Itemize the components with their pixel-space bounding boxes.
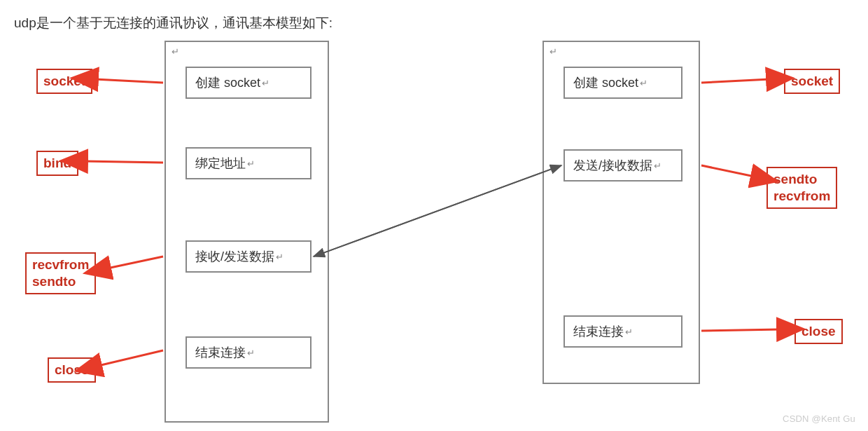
- step-label: 结束连接: [195, 344, 246, 361]
- left-label-socket: socket: [36, 69, 92, 94]
- left-step-create-socket: 创建 socket↵: [186, 67, 312, 99]
- watermark: CSDN @Kent Gu: [783, 413, 855, 424]
- left-step-bind: 绑定地址↵: [186, 147, 312, 179]
- right-step-send-recv: 发送/接收数据↵: [564, 149, 682, 182]
- return-mark: ↵: [550, 46, 557, 57]
- return-mark: ↵: [247, 158, 255, 169]
- return-mark: ↵: [276, 252, 284, 262]
- step-label: 创建 socket: [195, 74, 260, 91]
- step-label: 结束连接: [573, 323, 624, 340]
- left-step-recv-send: 接收/发送数据↵: [186, 240, 312, 273]
- intro-text: udp是一个基于无连接的通讯协议，通讯基本模型如下:: [14, 14, 332, 32]
- return-mark: ↵: [625, 327, 633, 337]
- arrow-left-bind: [84, 161, 163, 163]
- arrow-right-socket: [701, 79, 770, 83]
- return-mark: ↵: [654, 160, 662, 171]
- return-mark: ↵: [262, 78, 270, 88]
- right-label-close: close: [794, 319, 843, 344]
- right-label-socket: socket: [784, 69, 840, 94]
- return-mark: ↵: [172, 46, 179, 57]
- step-label: 创建 socket: [573, 74, 638, 91]
- left-label-close: close: [48, 357, 96, 383]
- left-label-bind: bind: [36, 151, 78, 176]
- arrow-left-recvfrom: [107, 256, 163, 268]
- connector-arrow-ltr: [314, 165, 561, 256]
- arrow-right-sendto: [701, 165, 755, 177]
- return-mark: ↵: [247, 348, 255, 358]
- arrow-left-close: [98, 350, 163, 366]
- connector-arrow-rtl: [314, 165, 561, 256]
- arrow-left-socket: [94, 79, 163, 83]
- step-label: 发送/接收数据: [573, 157, 652, 174]
- left-step-close: 结束连接↵: [186, 336, 312, 369]
- arrow-right-close: [701, 329, 780, 331]
- right-step-close: 结束连接↵: [564, 315, 682, 348]
- right-step-create-socket: 创建 socket↵: [564, 67, 682, 99]
- step-label: 接收/发送数据: [195, 248, 274, 265]
- return-mark: ↵: [640, 78, 648, 88]
- arrow-overlay: [0, 0, 868, 431]
- step-label: 绑定地址: [195, 155, 246, 172]
- right-label-sendto-recvfrom: sendto recvfrom: [766, 167, 837, 209]
- left-label-recvfrom-sendto: recvfrom sendto: [25, 252, 96, 294]
